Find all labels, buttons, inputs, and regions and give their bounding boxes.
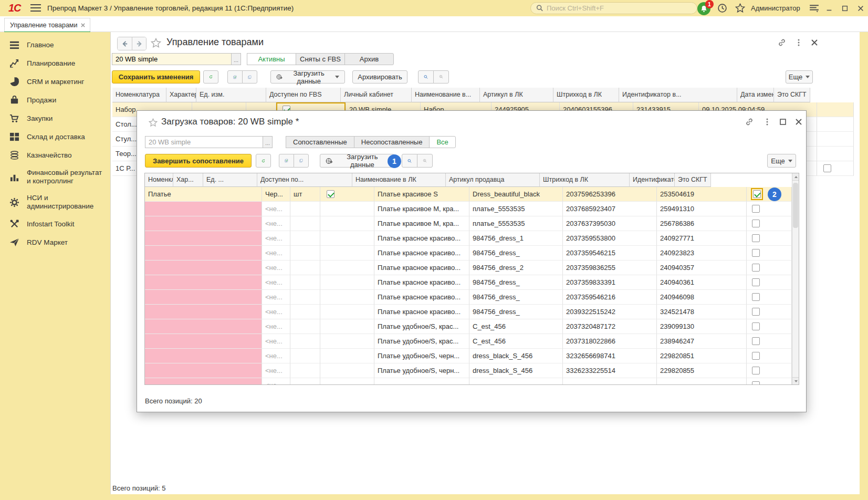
column-header[interactable]: Дата изменения xyxy=(737,88,774,102)
skgt-checkbox[interactable] xyxy=(823,164,831,172)
table-row[interactable]: <не... Платье красное красиво... 984756_… xyxy=(145,305,792,319)
table-row[interactable]: <не... Платье удобное/S, черн... dress_b… xyxy=(145,349,792,363)
sidebar-item-planirovanie[interactable]: Планирование xyxy=(0,54,110,72)
clear-flags-button[interactable] xyxy=(294,154,309,168)
skgt-checkbox[interactable] xyxy=(752,293,760,301)
global-search-input[interactable] xyxy=(547,4,692,12)
table-row[interactable]: <не... Платье удобное/S, крас... C_est_4… xyxy=(145,334,792,349)
minimize-button[interactable] xyxy=(824,4,833,13)
load-data-button[interactable]: Загрузить данные 1 xyxy=(320,154,394,168)
column-header[interactable]: Доступен по... xyxy=(257,173,352,187)
more-actions-button[interactable]: Еще xyxy=(786,70,813,84)
tab-product-management[interactable]: Управление товарами xyxy=(4,18,90,32)
skgt-checkbox[interactable] xyxy=(752,352,760,360)
column-header[interactable]: Идентификатор в... xyxy=(619,88,737,102)
table-row[interactable]: <не... Платье удобное/S, крас... C_est_4… xyxy=(145,319,792,334)
cancel-search-button[interactable] xyxy=(417,154,433,168)
segment-unmatched[interactable]: Несопоставленные xyxy=(354,136,430,148)
column-header[interactable]: Штрихкод в ЛК xyxy=(553,88,619,102)
segment-active[interactable]: Активны xyxy=(247,53,296,65)
cabinet-filter-input[interactable] xyxy=(112,53,232,65)
column-header[interactable]: Наименование в... xyxy=(412,88,480,102)
scroll-down-button[interactable] xyxy=(792,377,799,384)
table-row[interactable]: <не... Платье красивое М, кра... платье_… xyxy=(145,202,792,216)
skgt-checkbox[interactable] xyxy=(752,337,760,345)
archive-button[interactable]: Архивировать xyxy=(352,70,407,84)
favorites-star-icon[interactable] xyxy=(735,3,745,13)
fbs-checkbox[interactable] xyxy=(327,190,334,198)
sidebar-item-crm[interactable]: CRM и маркетинг xyxy=(0,72,110,91)
close-form-icon[interactable] xyxy=(810,38,819,47)
column-header[interactable]: Ед. ... xyxy=(203,173,257,187)
global-search[interactable] xyxy=(530,2,697,14)
notifications-button[interactable]: 1 xyxy=(697,1,713,16)
skgt-checkbox[interactable] xyxy=(753,190,761,198)
load-data-button[interactable]: Загрузить данные xyxy=(270,70,345,84)
maximize-button[interactable] xyxy=(840,4,849,13)
skgt-checkbox[interactable] xyxy=(752,278,760,286)
skgt-checkbox[interactable] xyxy=(752,308,760,316)
segment-all[interactable]: Все xyxy=(429,136,455,148)
sidebar-item-zakupki[interactable]: Закупки xyxy=(0,109,110,128)
skgt-checkbox[interactable] xyxy=(752,367,760,374)
column-header[interactable]: Хар... xyxy=(173,173,203,187)
more-menu-icon[interactable] xyxy=(763,118,771,126)
table-row[interactable]: <не... Платье красное красиво... 984756_… xyxy=(145,261,792,275)
sidebar-item-glavnoe[interactable]: Главное xyxy=(0,36,110,54)
favorite-star-icon[interactable] xyxy=(149,118,158,127)
dialog-filter-choose-button[interactable]: ... xyxy=(263,136,273,148)
column-header[interactable]: Это СКГТ xyxy=(774,88,810,102)
tab-close-icon[interactable] xyxy=(80,23,86,28)
sidebar-item-finrezultat[interactable]: Финансовый результат и контроллинг xyxy=(0,164,110,190)
back-button[interactable] xyxy=(118,37,132,50)
table-row[interactable]: Платье Чер... шт Платье красивое S Dress… xyxy=(145,187,792,202)
table-row[interactable]: <не... Платье красное красиво... 984756_… xyxy=(145,246,792,261)
main-menu-icon[interactable] xyxy=(30,4,41,12)
cancel-search-button[interactable] xyxy=(433,70,449,84)
close-dialog-icon[interactable] xyxy=(794,118,803,126)
sidebar-item-nsi[interactable]: НСИ и администрирование xyxy=(0,190,110,215)
sidebar-item-rdv[interactable]: RDV Маркет xyxy=(0,233,110,252)
get-link-icon[interactable] xyxy=(778,38,786,47)
scroll-up-button[interactable] xyxy=(792,173,799,181)
more-actions-button[interactable]: Еще xyxy=(767,154,796,168)
skgt-checkbox[interactable] xyxy=(752,381,760,385)
history-clock-icon[interactable] xyxy=(717,3,727,13)
skgt-checkbox[interactable] xyxy=(752,234,760,242)
more-menu-icon[interactable] xyxy=(794,38,803,47)
refresh-button[interactable] xyxy=(203,70,218,84)
column-header[interactable]: Номенклатура xyxy=(112,88,166,102)
table-search-button[interactable] xyxy=(402,154,417,168)
vertical-scrollbar[interactable] xyxy=(792,173,799,384)
favorite-star-icon[interactable] xyxy=(151,38,161,48)
current-user[interactable]: Администратор xyxy=(751,4,800,12)
skgt-checkbox[interactable] xyxy=(752,205,760,213)
sidebar-item-prodazhi[interactable]: Продажи xyxy=(0,91,110,109)
column-header[interactable]: Это СКГТ xyxy=(675,173,711,187)
refresh-button[interactable] xyxy=(256,154,271,168)
scrollbar-thumb[interactable] xyxy=(793,183,798,228)
cabinet-filter-choose-button[interactable]: ... xyxy=(232,53,241,65)
service-menu-icon[interactable] xyxy=(809,3,820,13)
sidebar-item-infostart[interactable]: Infostart Toolkit xyxy=(0,215,110,233)
clear-flags-button[interactable] xyxy=(242,70,257,84)
column-header[interactable]: Номенклатура xyxy=(145,173,173,187)
segment-archive[interactable]: Архив xyxy=(344,53,394,65)
segment-matched[interactable]: Сопоставленные xyxy=(286,136,354,148)
column-header[interactable]: Личный кабинет xyxy=(341,88,412,102)
set-flags-button[interactable] xyxy=(227,70,243,84)
column-header[interactable]: Характеристика xyxy=(166,88,196,102)
save-changes-button[interactable]: Сохранить изменения xyxy=(112,70,200,84)
matching-table[interactable]: НоменклатураХар...Ед. ...Доступен по...Н… xyxy=(144,173,799,385)
set-flags-button[interactable] xyxy=(279,154,294,168)
table-search-button[interactable] xyxy=(418,70,434,84)
table-row[interactable]: <не... Платье красивое М, кра... платье_… xyxy=(145,216,792,231)
sidebar-item-sklad[interactable]: Склад и доставка xyxy=(0,128,110,146)
maximize-dialog-icon[interactable] xyxy=(779,118,787,126)
table-row[interactable]: <не... Платье красное красиво... 984756_… xyxy=(145,275,792,290)
column-header[interactable]: Наименование в ЛК xyxy=(352,173,446,187)
get-link-icon[interactable] xyxy=(745,118,754,126)
column-header[interactable]: Штрихкод в ЛК xyxy=(540,173,630,187)
column-header[interactable]: Ед. изм. xyxy=(196,88,266,102)
segment-removed-fbs[interactable]: Сняты с FBS xyxy=(296,53,345,65)
